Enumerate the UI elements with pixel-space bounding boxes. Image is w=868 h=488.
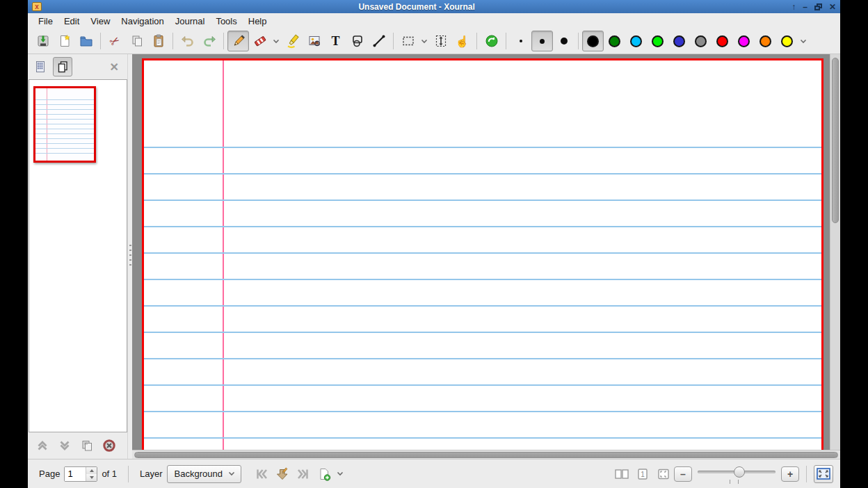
delete-page-button[interactable] [100, 437, 118, 455]
open-button[interactable] [75, 31, 97, 51]
highlighter-tool-button[interactable] [282, 31, 303, 51]
xournal-app-icon: x [32, 2, 42, 11]
close-window-icon[interactable]: ✕ [829, 3, 836, 11]
hand-tool-button[interactable]: ☝ [451, 31, 473, 51]
maximize-window-icon[interactable] [814, 3, 822, 10]
menu-help[interactable]: Help [243, 15, 272, 28]
copy-button[interactable] [126, 31, 147, 51]
ruler-tool-button[interactable] [368, 31, 389, 51]
pen-tool-button[interactable] [227, 31, 249, 51]
pen-size-medium-button[interactable] [531, 31, 553, 51]
menu-navigation[interactable]: Navigation [116, 15, 168, 28]
menu-journal[interactable]: Journal [170, 15, 210, 28]
zoom-out-button[interactable]: – [674, 466, 692, 482]
zoom-slider[interactable] [698, 464, 775, 484]
new-page-options-dropdown[interactable] [335, 464, 346, 485]
minus-icon: – [680, 469, 686, 479]
save-button[interactable] [32, 31, 54, 51]
zoom-fit-page-button[interactable] [653, 464, 674, 484]
document-canvas[interactable] [132, 54, 840, 459]
titlebar[interactable]: x Unsaved Document - Xournal ↑ – ✕ [28, 0, 840, 13]
fullscreen-icon [817, 468, 830, 480]
zoom-100-button[interactable]: 1 [632, 464, 653, 484]
page-1-ruled-paper[interactable] [142, 58, 823, 455]
horizontal-scrollbar-thumb[interactable] [134, 452, 838, 458]
color-dark-green-button[interactable] [604, 31, 625, 51]
undo-button[interactable] [177, 31, 198, 51]
vertical-space-tool-button[interactable] [430, 31, 451, 51]
default-pen-button[interactable] [481, 31, 502, 51]
menu-view[interactable]: View [86, 15, 115, 28]
text-tool-button[interactable]: T [325, 31, 346, 51]
fine-dot-icon [520, 40, 522, 42]
color-light-blue-button[interactable] [625, 31, 647, 51]
delete-icon [102, 439, 116, 453]
toolbar-separator [172, 33, 173, 49]
color-red-button[interactable] [712, 31, 733, 51]
page-1-thumbnail[interactable] [33, 86, 96, 163]
layer-label: Layer [140, 469, 163, 479]
next-page-button[interactable] [272, 464, 293, 484]
move-page-up-button[interactable] [33, 437, 51, 455]
sidebar-actions [28, 432, 127, 459]
eraser-tool-button[interactable] [249, 31, 271, 51]
fullscreen-button[interactable] [814, 465, 833, 483]
new-page-button[interactable] [314, 464, 335, 484]
page-number-input[interactable] [65, 467, 86, 481]
menu-edit[interactable]: Edit [59, 15, 84, 28]
color-swatch-black [587, 35, 599, 47]
page-thumbnail-panel[interactable] [29, 79, 127, 432]
menubar: File Edit View Navigation Journal Tools … [28, 13, 840, 29]
two-page-view-button[interactable] [611, 464, 632, 484]
color-options-dropdown[interactable] [798, 31, 809, 51]
new-document-button[interactable] [54, 31, 75, 51]
paste-button[interactable] [147, 31, 169, 51]
cut-button[interactable]: ✂ [104, 31, 126, 51]
first-page-button[interactable] [251, 464, 272, 484]
color-black-button[interactable] [582, 31, 604, 51]
duplicate-page-icon [80, 439, 94, 453]
eraser-options-dropdown[interactable] [271, 31, 282, 51]
color-yellow-button[interactable] [776, 31, 798, 51]
duplicate-page-button[interactable] [78, 437, 96, 455]
shade-window-icon[interactable]: ↑ [791, 3, 796, 11]
chevron-down-icon [228, 471, 235, 476]
layer-dropdown[interactable]: Background [167, 465, 241, 483]
zoom-in-button[interactable]: + [781, 466, 799, 482]
image-tool-button[interactable] [303, 31, 325, 51]
pen-size-fine-button[interactable] [510, 31, 531, 51]
redo-button[interactable] [198, 31, 220, 51]
color-light-green-button[interactable] [647, 31, 668, 51]
color-gray-button[interactable] [690, 31, 712, 51]
color-orange-button[interactable] [755, 31, 776, 51]
color-swatch-gray [695, 35, 707, 47]
menu-file[interactable]: File [33, 15, 58, 28]
sidebar-splitter[interactable] [127, 54, 132, 459]
arrow-up-icon [35, 439, 49, 453]
move-page-down-button[interactable] [56, 437, 74, 455]
pen-size-thick-button[interactable] [553, 31, 574, 51]
tab-pages-view[interactable] [53, 57, 72, 76]
shape-recognizer-button[interactable] [346, 31, 368, 51]
page-spin-up-icon[interactable] [86, 467, 97, 474]
last-page-button[interactable] [293, 464, 314, 484]
tab-layers-view[interactable] [31, 57, 50, 76]
toolbar-separator [506, 33, 506, 49]
sidebar-close-icon[interactable]: ✕ [110, 60, 119, 74]
page-label: Page [39, 469, 60, 479]
zoom-slider-handle[interactable] [734, 466, 745, 478]
color-blue-button[interactable] [668, 31, 690, 51]
horizontal-scrollbar[interactable] [132, 450, 840, 459]
menu-tools[interactable]: Tools [211, 15, 241, 28]
color-magenta-button[interactable] [733, 31, 755, 51]
page-number-spinner[interactable] [64, 466, 97, 482]
selection-options-dropdown[interactable] [419, 31, 430, 51]
toolbar-separator [476, 33, 477, 49]
new-page-icon [316, 466, 332, 482]
vertical-scrollbar-thumb[interactable] [832, 58, 839, 223]
select-rectangle-button[interactable] [397, 31, 419, 51]
vertical-scrollbar[interactable] [830, 54, 840, 450]
page-spin-down-icon[interactable] [86, 474, 97, 481]
layer-dropdown-value: Background [175, 469, 223, 479]
minimize-window-icon[interactable]: – [803, 3, 807, 11]
